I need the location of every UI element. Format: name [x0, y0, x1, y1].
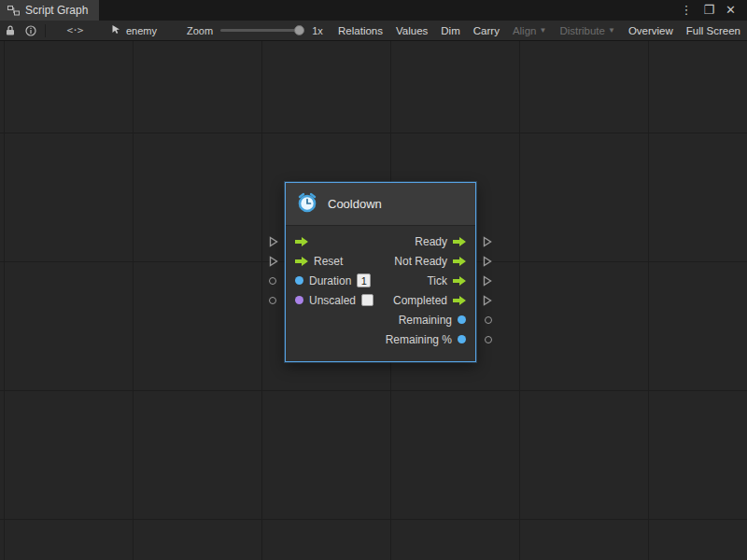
unscaled-input-port-icon[interactable] [295, 296, 303, 304]
zoom-control: Zoom 1x [187, 25, 323, 36]
maximize-icon[interactable]: ❐ [698, 0, 720, 21]
tab-title: Script Graph [25, 4, 88, 17]
ready-output-port-icon[interactable] [453, 237, 466, 246]
port-label: Reset [314, 255, 343, 268]
code-view-icon[interactable]: <·> [64, 21, 85, 41]
relations-button[interactable]: Relations [331, 21, 389, 40]
tab-bar: Script Graph ⋮ ❐ ✕ [0, 0, 747, 21]
port-label: Remaining % [386, 333, 452, 346]
flow-output-connector[interactable] [483, 295, 492, 306]
tab-script-graph[interactable]: Script Graph [0, 0, 99, 21]
script-graph-icon [7, 6, 20, 16]
value-input-connector[interactable] [269, 277, 276, 285]
node-title: Cooldown [328, 197, 382, 211]
completed-output-port-icon[interactable] [453, 296, 466, 305]
node-body: Ready Reset [286, 226, 475, 361]
graph-pointer-icon [111, 24, 121, 36]
unscaled-checkbox[interactable] [361, 294, 374, 306]
values-button[interactable]: Values [389, 21, 434, 40]
port-label: Not Ready [394, 255, 447, 268]
port-row: Remaining [286, 310, 475, 329]
graph-name: enemy [126, 25, 157, 36]
port-label: Duration [309, 274, 351, 287]
full-screen-button[interactable]: Full Screen [680, 21, 747, 40]
toolbar: <·> enemy Zoom 1x Relations Values Dim C… [0, 21, 747, 41]
zoom-label: Zoom [187, 25, 213, 36]
remaining-output-port-icon[interactable] [458, 315, 466, 324]
carry-button[interactable]: Carry [467, 21, 506, 40]
zoom-slider-handle[interactable] [294, 25, 304, 35]
info-icon[interactable] [21, 21, 41, 41]
port-row: Unscaled Completed [286, 290, 475, 310]
port-row: Remaining % [286, 329, 475, 349]
value-input-connector[interactable] [269, 297, 276, 304]
value-output-connector[interactable] [485, 336, 492, 343]
zoom-value: 1x [312, 25, 323, 36]
graph-breadcrumb[interactable]: enemy [111, 24, 157, 36]
duration-value-field[interactable]: 1 [357, 273, 371, 287]
port-row: Ready [286, 231, 475, 251]
zoom-slider[interactable] [220, 29, 304, 32]
cooldown-node[interactable]: Cooldown Ready [285, 182, 476, 362]
flow-output-connector[interactable] [483, 275, 492, 287]
duration-input-port-icon[interactable] [295, 276, 303, 285]
reset-input-port-icon[interactable] [295, 257, 308, 266]
toolbar-buttons: Relations Values Dim Carry Align ▼ Distr… [331, 21, 747, 40]
dim-button[interactable]: Dim [434, 21, 466, 40]
graph-canvas[interactable]: Cooldown Ready [0, 41, 747, 560]
align-button[interactable]: Align ▼ [506, 21, 554, 40]
value-output-connector[interactable] [485, 316, 492, 324]
toolbar-separator [45, 24, 46, 37]
remaining-percent-output-port-icon[interactable] [458, 335, 466, 343]
port-row: Reset Not Ready [286, 251, 475, 271]
port-label: Remaining [399, 314, 452, 327]
flow-input-connector[interactable] [269, 256, 278, 267]
node-header[interactable]: Cooldown [286, 183, 475, 226]
menu-icon[interactable]: ⋮ [674, 0, 698, 21]
overview-button[interactable]: Overview [622, 21, 680, 40]
dropdown-arrow-icon: ▼ [608, 27, 615, 35]
port-label: Ready [415, 235, 447, 248]
alarm-clock-icon [296, 191, 318, 217]
lock-icon[interactable] [0, 21, 21, 41]
dropdown-arrow-icon: ▼ [539, 27, 546, 35]
port-label: Unscaled [309, 294, 356, 307]
tick-output-port-icon[interactable] [453, 276, 466, 286]
port-label: Completed [393, 294, 447, 307]
port-row: Duration 1 Tick [286, 271, 475, 290]
flow-output-connector[interactable] [483, 236, 492, 247]
port-label: Tick [427, 274, 447, 287]
flow-input-port-icon[interactable] [295, 237, 308, 246]
window-controls: ⋮ ❐ ✕ [674, 0, 747, 21]
close-icon[interactable]: ✕ [720, 0, 741, 21]
not-ready-output-port-icon[interactable] [453, 257, 466, 266]
distribute-button[interactable]: Distribute ▼ [553, 21, 622, 40]
flow-input-connector[interactable] [269, 236, 278, 247]
flow-output-connector[interactable] [483, 256, 492, 267]
